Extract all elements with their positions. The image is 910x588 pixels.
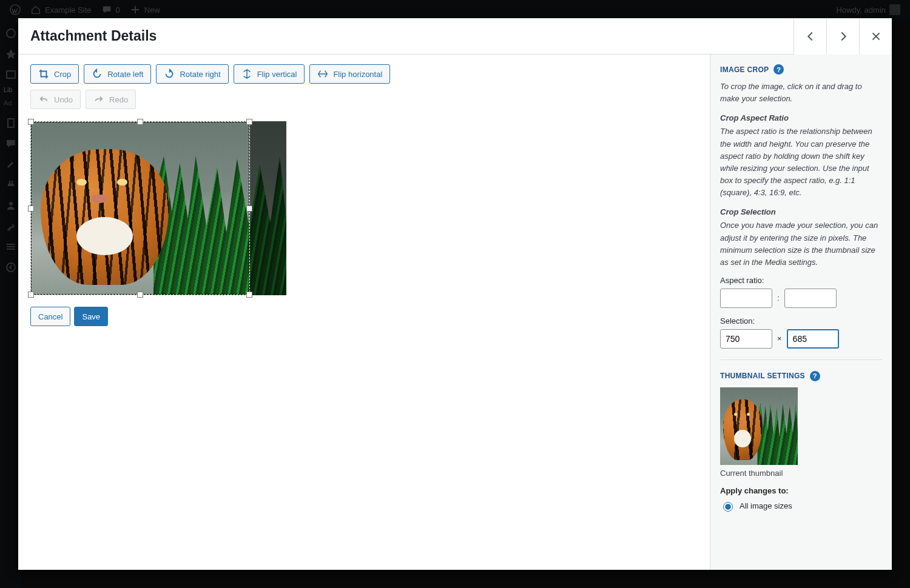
rotate-right-button[interactable]: Rotate right xyxy=(156,64,228,84)
crop-icon xyxy=(38,68,49,79)
selection-width-input[interactable] xyxy=(720,329,772,349)
tool-row-2: Undo Redo xyxy=(30,90,698,109)
flip-vertical-button[interactable]: Flip vertical xyxy=(234,64,305,84)
rotate-right-label: Rotate right xyxy=(180,70,220,79)
aspect-ratio-height-input[interactable] xyxy=(784,289,837,308)
crop-handle-bl[interactable] xyxy=(28,292,34,298)
aspect-ratio-separator: : xyxy=(777,293,780,302)
undo-label: Undo xyxy=(54,95,73,104)
crop-handle-tr[interactable] xyxy=(246,119,252,125)
action-row: Cancel Save xyxy=(30,307,698,326)
flip-horizontal-icon xyxy=(317,68,328,79)
redo-label: Redo xyxy=(109,95,128,104)
crop-label: Crop xyxy=(54,70,71,79)
crop-handle-tc[interactable] xyxy=(137,119,143,125)
crop-handle-mr[interactable] xyxy=(246,205,252,212)
rotate-right-icon xyxy=(164,68,175,79)
flip-horizontal-label: Flip horizontal xyxy=(333,70,382,79)
image-crop-heading: Image Crop ? xyxy=(720,64,882,75)
close-icon xyxy=(869,30,883,43)
flip-vertical-label: Flip vertical xyxy=(257,70,297,79)
selection-row: × xyxy=(720,329,882,349)
crop-selection-body: Once you have made your selection, you c… xyxy=(720,219,882,269)
aspect-ratio-row: : xyxy=(720,289,882,308)
modal-title: Attachment Details xyxy=(30,28,794,44)
apply-changes-label: Apply changes to: xyxy=(720,486,882,495)
selection-separator: × xyxy=(777,334,782,343)
tool-row-1: Crop Rotate left Rotate right Flip verti… xyxy=(30,64,698,84)
crop-handle-tl[interactable] xyxy=(28,119,34,125)
image-crop-heading-text: Image Crop xyxy=(720,65,769,74)
crop-button[interactable]: Crop xyxy=(30,64,79,84)
undo-button: Undo xyxy=(30,90,81,109)
flip-vertical-icon xyxy=(241,68,252,79)
crop-selection[interactable] xyxy=(30,121,250,295)
image-edit-area: Crop Rotate left Rotate right Flip verti… xyxy=(18,55,710,570)
crop-selection-heading: Crop Selection xyxy=(720,206,882,218)
close-modal-button[interactable] xyxy=(859,18,892,55)
crop-aspect-heading: Crop Aspect Ratio xyxy=(720,112,882,124)
next-attachment-button[interactable] xyxy=(826,18,859,55)
thumbnail-caption: Current thumbnail xyxy=(720,469,882,478)
crop-instructions: To crop the image, click on it and drag … xyxy=(720,81,882,105)
crop-veil-right xyxy=(250,121,286,295)
cancel-label: Cancel xyxy=(38,312,62,321)
current-thumbnail xyxy=(720,387,798,465)
selection-label: Selection: xyxy=(720,316,882,326)
prev-attachment-button[interactable] xyxy=(794,18,826,55)
save-button[interactable]: Save xyxy=(74,307,108,326)
undo-icon xyxy=(38,94,49,105)
rotate-left-icon xyxy=(92,68,103,79)
crop-handle-bc[interactable] xyxy=(137,292,143,298)
crop-stage[interactable] xyxy=(30,121,286,295)
crop-handle-ml[interactable] xyxy=(28,205,34,212)
panel-divider xyxy=(720,359,882,360)
flip-horizontal-button[interactable]: Flip horizontal xyxy=(309,64,390,84)
thumbnail-settings-heading: Thumbnail Settings ? xyxy=(720,371,882,381)
redo-button: Redo xyxy=(86,90,136,109)
apply-all-label: All image sizes xyxy=(740,501,792,510)
crop-handle-br[interactable] xyxy=(246,292,252,298)
apply-all-radio[interactable] xyxy=(723,502,733,512)
help-icon[interactable]: ? xyxy=(774,64,784,75)
save-label: Save xyxy=(82,312,100,321)
cancel-button[interactable]: Cancel xyxy=(30,307,70,326)
modal-header: Attachment Details xyxy=(18,18,892,55)
aspect-ratio-label: Aspect ratio: xyxy=(720,276,882,285)
selection-height-input[interactable] xyxy=(787,329,839,349)
help-icon[interactable]: ? xyxy=(810,371,820,381)
side-panel: Image Crop ? To crop the image, click on… xyxy=(710,55,892,570)
aspect-ratio-width-input[interactable] xyxy=(720,289,772,308)
attachment-details-modal: Attachment Details Crop Rotate l xyxy=(18,18,892,570)
apply-all-row[interactable]: All image sizes xyxy=(720,500,882,512)
chevron-right-icon xyxy=(837,30,850,43)
redo-icon xyxy=(93,94,104,105)
rotate-left-button[interactable]: Rotate left xyxy=(84,64,151,84)
chevron-left-icon xyxy=(804,30,817,43)
thumbnail-settings-text: Thumbnail Settings xyxy=(720,372,805,380)
crop-aspect-body: The aspect ratio is the relationship bet… xyxy=(720,125,882,199)
rotate-left-label: Rotate left xyxy=(107,70,143,79)
